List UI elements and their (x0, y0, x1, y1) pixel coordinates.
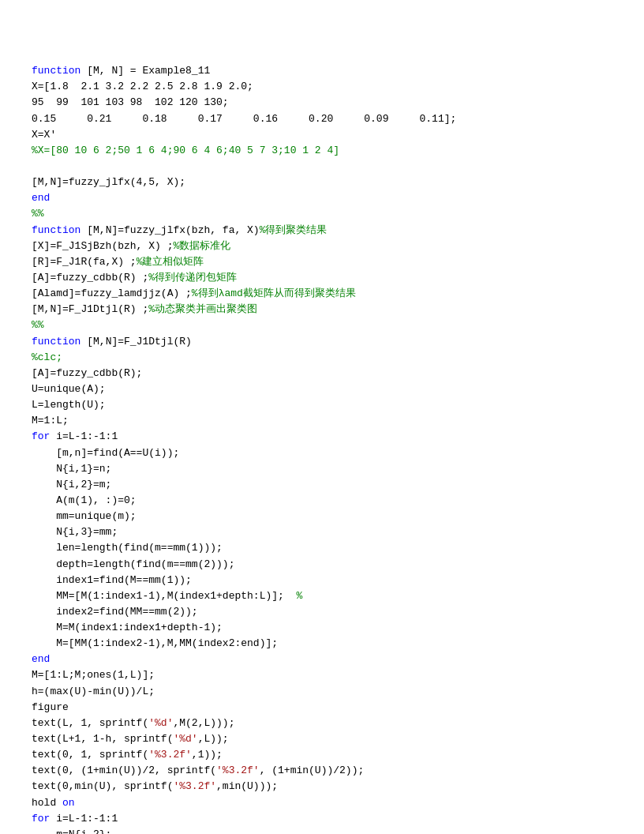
keyword-token: for (32, 430, 50, 442)
code-line: M=[MM(1:index2-1),M,MM(index2:end)]; (32, 636, 612, 652)
normal-token: ,L)); (198, 733, 229, 745)
code-line: index1=find(M==mm(1)); (32, 573, 612, 588)
normal-token: mm=unique(m); (32, 510, 137, 522)
normal-token: hold (32, 797, 62, 809)
string-token: '%3.2f' (173, 780, 216, 792)
normal-token: N{i,3}=mm; (32, 526, 118, 538)
code-line: %% (32, 317, 612, 333)
code-line: N{i,1}=n; (32, 461, 612, 477)
normal-token: i=L-1:-1:1 (50, 813, 118, 825)
comment-token: %X=[80 10 6 2;50 1 6 4;90 6 4 6;40 5 7 3… (32, 145, 339, 156)
code-line: [M,N]=fuzzy_jlfx(4,5, X); (32, 175, 612, 190)
comment-token: % (296, 590, 302, 602)
keyword-token: for (32, 813, 50, 825)
code-line: [A]=fuzzy_cdbb(R) ;%得到传递闭包矩阵 (32, 270, 612, 286)
normal-token: 0.15 0.21 0.18 0.17 0.16 0.20 0.09 0.11]… (32, 113, 456, 125)
code-line: M=M(index1:index1+depth-1); (32, 620, 612, 636)
code-line: [A]=fuzzy_cdbb(R); (32, 366, 612, 381)
normal-token: M=[MM(1:index2-1),M,MM(index2:end)]; (32, 637, 278, 649)
normal-token: text(0, 1, sprintf( (32, 749, 148, 761)
normal-token: text(0,min(U), sprintf( (32, 780, 173, 792)
normal-token: [Alamd]=fuzzy_lamdjjz(A) ; (32, 287, 192, 299)
normal-token: [m,n]=find(A==U(i)); (32, 447, 179, 459)
code-line: function [M,N]=fuzzy_jlfx(bzh, fa, X)%得到… (32, 223, 612, 239)
string-token: '%d' (148, 717, 173, 729)
code-line: len=length(find(m==mm(1))); (32, 540, 612, 556)
code-line: [X]=F_J1SjBzh(bzh, X) ;%数据标准化 (32, 239, 612, 254)
code-line: end (32, 190, 612, 206)
comment-token: %得到λamd截矩阵从而得到聚类结果 (192, 287, 356, 299)
keyword-token: end (32, 653, 50, 665)
code-line (32, 159, 612, 175)
normal-token: [R]=F_J1R(fa,X) ; (32, 256, 137, 268)
code-line: MM=[M(1:index1-1),M(index1+depth:L)]; % (32, 588, 612, 604)
normal-token: N{i,2}=m; (32, 479, 111, 490)
code-line: text(0, 1, sprintf('%3.2f',1)); (32, 747, 612, 763)
code-line: %clc; (32, 350, 612, 366)
string-token: '%d' (173, 733, 197, 745)
comment-token: %得到传递闭包矩阵 (148, 272, 237, 284)
normal-token: M=[1:L;M;ones(1,L)]; (32, 669, 155, 681)
code-line: mm=unique(m); (32, 509, 612, 524)
code-line: [Alamd]=fuzzy_lamdjjz(A) ;%得到λamd截矩阵从而得到… (32, 286, 612, 302)
comment-token: %clc; (32, 351, 62, 363)
code-line: A(m(1), :)=0; (32, 493, 612, 509)
normal-token: [M,N]=F_J1Dtjl(R) (80, 336, 191, 348)
normal-token: X=X' (32, 129, 56, 141)
code-line: figure (32, 700, 612, 716)
code-line: for i=L-1:-1:1 (32, 811, 612, 827)
normal-token: m=N{i,2}; (32, 828, 111, 834)
code-line: end (32, 652, 612, 667)
normal-token: M=M(index1:index1+depth-1); (32, 622, 223, 633)
normal-token: [A]=fuzzy_cdbb(R) ; (32, 272, 148, 284)
code-line: for i=L-1:-1:1 (32, 429, 612, 445)
comment-token: %得到聚类结果 (260, 224, 328, 236)
normal-token: [A]=fuzzy_cdbb(R); (32, 367, 142, 379)
comment-token: %数据标准化 (173, 240, 230, 252)
keyword-token: end (32, 192, 50, 204)
code-line: M=[1:L;M;ones(1,L)]; (32, 667, 612, 683)
normal-token: index2=find(MM==mm(2)); (32, 606, 198, 618)
normal-token: h=(max(U)-min(U))/L; (32, 686, 155, 697)
normal-token: 95 99 101 103 98 102 120 130; (32, 96, 229, 108)
code-line: depth=length(find(m==mm(2))); (32, 557, 612, 573)
comment-token: %% (32, 319, 44, 331)
normal-token: L=length(U); (32, 399, 106, 411)
keyword-token: function (32, 336, 80, 348)
code-line: hold on (32, 795, 612, 811)
code-line: text(L+1, 1-h, sprintf('%d',L)); (32, 731, 612, 747)
code-line: function [M,N]=F_J1Dtjl(R) (32, 334, 612, 350)
normal-token: depth=length(find(m==mm(2))); (32, 558, 234, 570)
code-line: N{i,2}=m; (32, 477, 612, 493)
code-line: X=X' (32, 127, 612, 143)
normal-token: A(m(1), :)=0; (32, 494, 137, 506)
code-line: %X=[80 10 6 2;50 1 6 4;90 6 4 6;40 5 7 3… (32, 143, 612, 159)
code-line: m=N{i,2}; (32, 827, 612, 834)
code-editor: function [M, N] = Example8_11X=[1.8 2.1 … (32, 47, 612, 834)
code-line: L=length(U); (32, 397, 612, 413)
normal-token: ,min(U))); (216, 780, 278, 792)
normal-token: [M, N] = Example8_11 (80, 65, 210, 77)
code-line: text(0, (1+min(U))/2, sprintf('%3.2f', (… (32, 763, 612, 779)
keyword-token: on (62, 797, 75, 809)
normal-token: [M,N]=fuzzy_jlfx(4,5, X); (32, 176, 185, 188)
normal-token: [M,N]=fuzzy_jlfx(bzh, fa, X) (80, 224, 259, 236)
keyword-token: function (32, 224, 80, 236)
keyword-token: function (32, 65, 80, 77)
code-line: %% (32, 206, 612, 222)
normal-token: text(L, 1, sprintf( (32, 717, 148, 729)
code-line: h=(max(U)-min(U))/L; (32, 684, 612, 700)
normal-token: len=length(find(m==mm(1))); (32, 542, 223, 554)
code-line: [m,n]=find(A==U(i)); (32, 445, 612, 461)
normal-token: X=[1.8 2.1 3.2 2.2 2.5 2.8 1.9 2.0; (32, 81, 253, 92)
code-line: N{i,3}=mm; (32, 524, 612, 540)
code-line: X=[1.8 2.1 3.2 2.2 2.5 2.8 1.9 2.0; (32, 79, 612, 95)
comment-token: %% (32, 208, 44, 220)
normal-token: U=unique(A); (32, 383, 106, 395)
normal-token: ,M(2,L))); (173, 717, 234, 729)
code-line: [M,N]=F_J1Dtjl(R) ;%动态聚类并画出聚类图 (32, 302, 612, 317)
comment-token: %动态聚类并画出聚类图 (148, 303, 257, 315)
comment-token: %建立相似矩阵 (137, 256, 204, 268)
normal-token: , (1+min(U))/2)); (260, 764, 365, 776)
code-line: index2=find(MM==mm(2)); (32, 604, 612, 620)
